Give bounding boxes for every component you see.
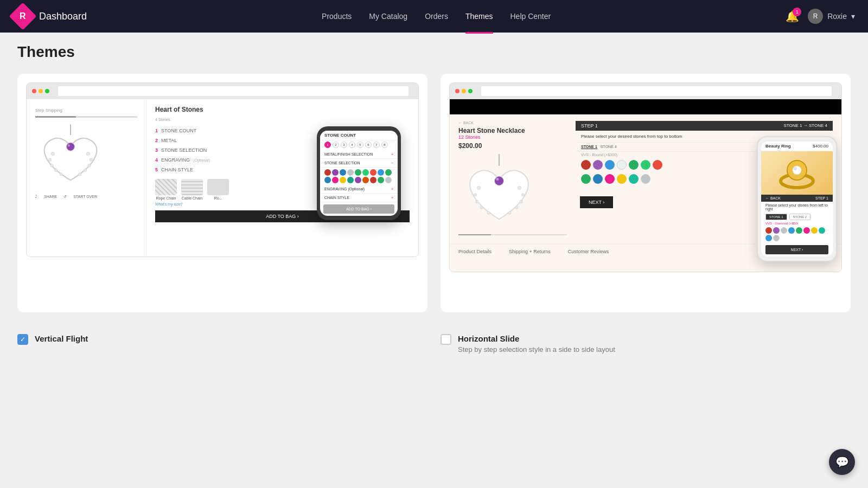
nav-orders[interactable]: Orders [425, 9, 448, 24]
share-icon[interactable]: ⤴ [35, 195, 37, 199]
phone-stone-green2[interactable] [362, 169, 369, 176]
phone-stone-blue2[interactable] [378, 169, 384, 176]
hs-stone-tab-2[interactable]: STONE 4 [601, 145, 617, 149]
hs-stone-tab-1[interactable]: STONE 1 [581, 145, 597, 149]
chain-cable[interactable]: Cable Chain [181, 179, 203, 200]
stone-num-7[interactable]: 7 [373, 142, 380, 148]
pr-tab-stone2[interactable]: STONE 2 [789, 214, 811, 220]
nav-my-catalog[interactable]: My Catalog [369, 9, 407, 24]
hs-stone-teal[interactable] [629, 174, 639, 184]
phone-stone-blue3[interactable] [324, 177, 331, 183]
pr-stone-pink[interactable] [803, 227, 810, 234]
stone-num-6[interactable]: 6 [365, 142, 372, 148]
logo-icon[interactable]: R [9, 3, 37, 30]
chain-rope[interactable]: Rope Chain [155, 179, 177, 200]
pr-stone-teal[interactable] [819, 227, 825, 234]
phone-stone-selection-section[interactable]: STONE SELECTION − [320, 159, 398, 168]
phone-stone-purple[interactable] [332, 169, 339, 176]
stone-num-5[interactable]: 5 [357, 142, 363, 148]
stone-num-8[interactable]: 8 [381, 142, 388, 148]
dot-yellow-right [462, 89, 466, 93]
notification-button[interactable]: 🔔 1 [786, 10, 799, 23]
pr-stone-blue[interactable] [788, 227, 795, 234]
svg-point-7 [90, 158, 92, 161]
hs-stone-red2[interactable] [653, 160, 662, 170]
pr-stone-blue2[interactable] [765, 235, 772, 241]
hs-stone-purple[interactable] [593, 160, 603, 170]
stone-num-2[interactable]: 2 [333, 142, 339, 148]
browser-dots-left [32, 89, 49, 93]
svg-point-18 [487, 211, 490, 214]
user-menu[interactable]: R Roxie ▾ [808, 9, 855, 24]
phone-stone-red[interactable] [324, 169, 331, 176]
phone-stone-white[interactable] [347, 169, 354, 176]
page-title: Themes [17, 43, 851, 61]
svg-point-3 [50, 164, 53, 167]
phone-stone-blue[interactable] [340, 169, 346, 176]
phone-stone-green4[interactable] [378, 177, 384, 183]
phone-chain-style-section[interactable]: CHAIN STYLE + [320, 194, 398, 202]
phone-stone-green3[interactable] [385, 169, 392, 176]
phone-stone-darkred[interactable] [370, 177, 376, 183]
phone-stone-green1[interactable] [355, 169, 361, 176]
phone-stones-grid [320, 168, 398, 185]
hs-stone-yellow[interactable] [617, 174, 627, 184]
pr-stone-green[interactable] [796, 227, 802, 234]
hs-tab-shipping[interactable]: Shipping + Returns [509, 249, 551, 254]
phone-engraving-label: ENGRAVING (Optional) [324, 187, 365, 191]
hs-step-indicator: ← BACK [458, 121, 567, 125]
pr-stone-white[interactable] [781, 227, 787, 234]
hs-next-button[interactable]: NEXT › [580, 196, 613, 208]
refresh-icon[interactable]: ↺ [63, 195, 67, 199]
pr-stone-silver[interactable] [773, 235, 780, 241]
nav-products[interactable]: Products [322, 9, 352, 24]
pr-stone-yellow[interactable] [811, 227, 818, 234]
app-header: R Dashboard Products My Catalog Orders T… [0, 0, 868, 33]
svg-point-9 [84, 169, 86, 171]
phone-stone-purple2[interactable] [355, 177, 361, 183]
stone-num-3[interactable]: 3 [341, 142, 347, 148]
horizontal-slide-checkbox[interactable] [441, 334, 451, 345]
phone-metal-section[interactable]: METAL/FINISH SELECTION + [320, 150, 398, 159]
browser-bar-right [450, 83, 841, 99]
svg-point-15 [474, 194, 476, 196]
vertical-flight-checkbox[interactable]: ✓ [17, 334, 28, 345]
pr-next-button[interactable]: NEXT › [765, 245, 828, 254]
svg-point-22 [515, 206, 518, 209]
phone-stone-selection-label: STONE SELECTION [324, 161, 360, 165]
hs-stone-lightgreen[interactable] [641, 160, 650, 170]
phone-engraving-section[interactable]: ENGRAVING (Optional) + [320, 185, 398, 194]
chat-button[interactable]: 💬 [829, 449, 855, 475]
phone-metal-plus: + [391, 152, 393, 156]
svg-point-8 [88, 164, 91, 167]
header-right: 🔔 1 R Roxie ▾ [786, 9, 855, 24]
hs-stone-blue[interactable] [605, 160, 615, 170]
hs-stone-green[interactable] [629, 160, 639, 170]
nav-help-center[interactable]: Help Center [510, 9, 551, 24]
phone-stone-orange[interactable] [362, 177, 369, 183]
svg-point-19 [518, 186, 521, 189]
pr-tab-stone1[interactable]: STONE 1 [765, 214, 787, 220]
stone-num-4[interactable]: 4 [349, 142, 355, 148]
hs-stone-silver[interactable] [641, 174, 650, 184]
phone-stone-white2[interactable] [385, 177, 392, 183]
phone-chain-style-label: CHAIN STYLE [324, 196, 349, 200]
hs-tab-product-details[interactable]: Product Details [458, 249, 492, 254]
share-row: ⤴ SHARE ↺ START OVER [35, 191, 137, 202]
hs-tab-reviews[interactable]: Customer Reviews [568, 249, 609, 254]
hs-stone-white[interactable] [617, 160, 627, 170]
phone-stone-teal[interactable] [347, 177, 354, 183]
phone-stone-yellow[interactable] [340, 177, 346, 183]
stone-num-1[interactable]: 1 [324, 142, 331, 148]
pr-stone-purple[interactable] [773, 227, 780, 234]
phone-stone-pink[interactable] [332, 177, 339, 183]
phone-add-to-bag-button[interactable]: ADD TO BAG › [323, 204, 394, 214]
pr-stone-red[interactable] [765, 227, 772, 234]
hs-stone-red[interactable] [581, 160, 591, 170]
hs-stone-blue2[interactable] [593, 174, 603, 184]
nav-themes[interactable]: Themes [465, 9, 493, 24]
phone-stone-red2[interactable] [370, 169, 376, 176]
chain-third[interactable]: Ro... [207, 179, 229, 200]
hs-stone-pink[interactable] [605, 174, 615, 184]
hs-stone-green2[interactable] [581, 174, 591, 184]
